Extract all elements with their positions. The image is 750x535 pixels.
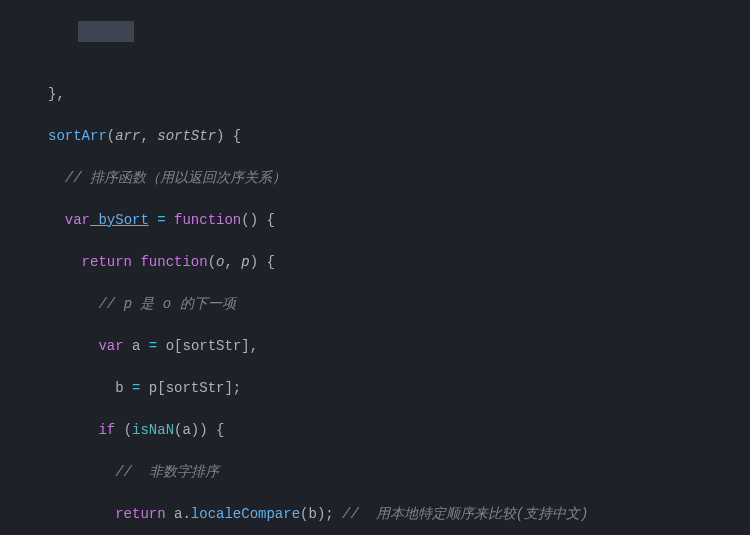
- code-line[interactable]: var a = o[sortStr],: [30, 336, 750, 357]
- code-line[interactable]: return a.localeCompare(b); // 用本地特定顺序来比较…: [30, 504, 750, 525]
- code-line[interactable]: return function(o, p) {: [30, 252, 750, 273]
- code-editor[interactable]: }, sortArr(arr, sortStr) { // 排序函数（用以返回次…: [0, 0, 750, 535]
- code-line[interactable]: sortArr(arr, sortStr) {: [30, 126, 750, 147]
- code-line[interactable]: var bySort = function() {: [30, 210, 750, 231]
- code-line[interactable]: b = p[sortStr];: [30, 378, 750, 399]
- code-line[interactable]: // 排序函数（用以返回次序关系）: [30, 168, 750, 189]
- code-area[interactable]: }, sortArr(arr, sortStr) { // 排序函数（用以返回次…: [30, 0, 750, 535]
- code-line[interactable]: // 非数字排序: [30, 462, 750, 483]
- code-line[interactable]: if (isNaN(a)) {: [30, 420, 750, 441]
- text-selection: [78, 21, 134, 42]
- line-gutter: [0, 0, 30, 535]
- code-line[interactable]: },: [30, 84, 750, 105]
- code-line[interactable]: // p 是 o 的下一项: [30, 294, 750, 315]
